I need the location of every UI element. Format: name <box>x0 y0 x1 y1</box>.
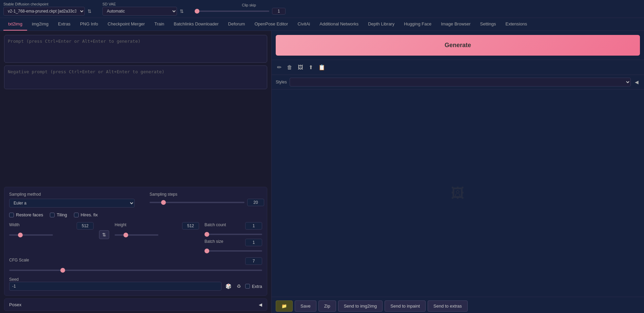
tab-img2img[interactable]: img2img <box>27 18 53 31</box>
seed-label: Seed <box>9 277 19 282</box>
height-slider[interactable] <box>115 234 158 236</box>
sampling-method-label: Sampling method <box>9 192 141 197</box>
pencil-icon-btn[interactable]: ✏ <box>276 63 283 72</box>
seed-input[interactable] <box>9 282 221 291</box>
hires-fix-checkbox[interactable]: Hires. fix <box>74 212 98 217</box>
extra-seed-checkbox[interactable]: Extra <box>245 284 262 289</box>
posex-section[interactable]: Posex ◀ <box>4 298 267 311</box>
extra-seed-input[interactable] <box>245 284 250 289</box>
batch-size-slider[interactable] <box>204 250 262 252</box>
batch-size-label: Batch size <box>204 239 223 244</box>
steps-row <box>150 199 264 206</box>
tab-txt2img[interactable]: txt2img <box>3 18 27 31</box>
tab-additional-networks[interactable]: Additional Networks <box>315 18 363 31</box>
tab-extensions[interactable]: Extensions <box>501 18 532 31</box>
prompts-column <box>4 35 267 184</box>
vae-select[interactable]: Automatic <box>102 7 177 16</box>
posex-label: Posex <box>9 302 21 307</box>
width-slider[interactable] <box>9 234 53 236</box>
cfg-scale-slider[interactable] <box>9 270 262 271</box>
cfg-scale-input[interactable] <box>245 257 262 265</box>
hires-fix-input[interactable] <box>74 213 79 217</box>
seed-recycle-btn[interactable]: ♻ <box>235 283 242 290</box>
tiling-checkbox[interactable]: Tiling <box>50 212 67 217</box>
trash-icon-btn[interactable]: 🗑 <box>286 63 294 72</box>
sampling-row: Sampling method Euler a Sampling steps <box>9 192 262 208</box>
tab-extras[interactable]: Extras <box>53 18 75 31</box>
swap-dimensions-btn[interactable]: ⇅ <box>99 230 109 239</box>
clip-skip-group: Clip skip <box>195 3 303 15</box>
width-label-row: Width <box>9 222 94 230</box>
sampling-steps-slider[interactable] <box>150 202 245 203</box>
width-input[interactable] <box>77 222 94 230</box>
height-group: Height <box>115 222 199 237</box>
tab-settings[interactable]: Settings <box>475 18 501 31</box>
send-inpaint-btn[interactable]: Send to inpaint <box>385 300 426 312</box>
sampling-method-select[interactable]: Euler a <box>9 199 135 208</box>
width-label: Width <box>9 222 20 227</box>
height-label: Height <box>115 222 126 227</box>
copy-icon-btn[interactable]: 📋 <box>317 63 327 72</box>
extra-seed-label: Extra <box>252 284 262 289</box>
sampling-steps-group: Sampling steps <box>150 192 264 206</box>
sampling-steps-input[interactable] <box>247 199 264 206</box>
tab-checkpoint-merger[interactable]: Checkpoint Merger <box>103 18 150 31</box>
sampling-steps-label: Sampling steps <box>150 192 264 197</box>
tab-png-info[interactable]: PNG Info <box>75 18 103 31</box>
seed-dice-btn[interactable]: 🎲 <box>224 283 233 290</box>
image-icon-btn[interactable]: 🖼 <box>296 63 305 72</box>
styles-label: Styles <box>276 80 287 84</box>
vae-label: SD VAE <box>102 2 191 6</box>
tab-batchlinks[interactable]: Batchlinks Downloader <box>169 18 223 31</box>
nav-tabs: txt2img img2img Extras PNG Info Checkpoi… <box>0 18 644 31</box>
save-btn[interactable]: Save <box>295 300 316 312</box>
batch-count-group: Batch count <box>204 222 262 236</box>
negative-prompt[interactable] <box>4 65 267 89</box>
open-folder-btn[interactable]: 📁 <box>276 300 293 312</box>
tab-deforum[interactable]: Deforum <box>223 18 250 31</box>
checkpoint-select[interactable]: v2-1_768-ema-pruned.ckpt [ad2a33c361] <box>3 7 85 16</box>
tiling-input[interactable] <box>50 213 55 217</box>
batch-count-label: Batch count <box>204 222 226 227</box>
sampling-method-group: Sampling method Euler a <box>9 192 141 208</box>
batch-size-input[interactable] <box>245 239 262 246</box>
tab-civitai[interactable]: CivitAi <box>293 18 315 31</box>
image-canvas: 🖼 <box>272 90 644 297</box>
batch-groups: Batch count Batch size <box>204 222 262 253</box>
clip-skip-label: Clip skip <box>195 3 303 7</box>
share-icon-btn[interactable]: ⬆ <box>307 63 314 72</box>
height-label-row: Height <box>115 222 199 230</box>
restore-faces-checkbox[interactable]: Restore faces <box>9 212 43 217</box>
styles-row: Styles ◀ <box>272 75 644 90</box>
clip-skip-input[interactable] <box>272 8 286 15</box>
send-img2img-btn[interactable]: Send to img2img <box>338 300 383 312</box>
tab-hugging-face[interactable]: Hugging Face <box>399 18 436 31</box>
wh-batch-row: Width ⇅ Height <box>9 222 262 253</box>
checkpoint-select-wrapper: v2-1_768-ema-pruned.ckpt [ad2a33c361] ⇅ <box>3 7 98 16</box>
zip-btn[interactable]: Zip <box>318 300 336 312</box>
generate-button[interactable]: Generate <box>276 35 640 56</box>
tab-openpose[interactable]: OpenPose Editor <box>250 18 293 31</box>
batch-count-input[interactable] <box>245 222 262 230</box>
send-extras-btn[interactable]: Send to extras <box>428 300 468 312</box>
styles-select[interactable] <box>290 78 631 86</box>
styles-arrow-btn[interactable]: ◀ <box>633 79 640 85</box>
right-panel: Generate ✏ 🗑 🖼 ⬆ 📋 Styles ◀ 🖼 📁 Save Zip <box>271 31 644 313</box>
restore-faces-input[interactable] <box>9 213 14 217</box>
height-input[interactable] <box>182 222 199 230</box>
generate-area: Generate <box>272 31 644 60</box>
tab-depth-library[interactable]: Depth Library <box>363 18 399 31</box>
positive-prompt[interactable] <box>4 35 267 63</box>
tab-image-browser[interactable]: Image Browser <box>436 18 475 31</box>
seed-row: 🎲 ♻ Extra <box>9 282 262 291</box>
batch-count-slider[interactable] <box>204 234 262 235</box>
width-group: Width <box>9 222 94 237</box>
action-icons-row: ✏ 🗑 🖼 ⬆ 📋 <box>272 60 644 75</box>
main-layout: Sampling method Euler a Sampling steps <box>0 31 644 313</box>
checkpoint-refresh-btn[interactable]: ⇅ <box>86 8 93 15</box>
seed-group: Seed 🎲 ♻ Extra <box>9 277 262 291</box>
clip-skip-row <box>195 8 303 15</box>
vae-refresh-btn[interactable]: ⇅ <box>178 8 185 15</box>
tab-train[interactable]: Train <box>150 18 169 31</box>
clip-skip-slider[interactable] <box>195 11 269 12</box>
